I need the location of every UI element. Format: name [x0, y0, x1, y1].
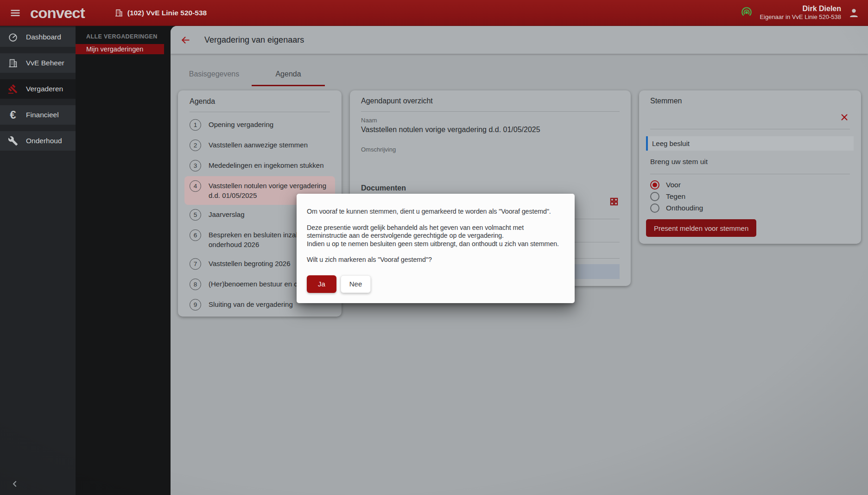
person-icon[interactable]	[848, 7, 860, 19]
sidebar-item[interactable]: € Financieel	[0, 105, 76, 125]
agenda-item[interactable]: 1 Opening vergadering	[184, 115, 335, 135]
building-selector[interactable]: (102) VvE Linie 520-538	[114, 8, 207, 17]
tab-label: Basisgegevens	[189, 70, 240, 78]
page-title: Vergadering van eigenaars	[204, 35, 304, 45]
vote-option-label: Tegen	[666, 192, 685, 201]
sidebar-item-label: Vergaderen	[26, 85, 63, 93]
agenda-item[interactable]: 2 Vaststellen aanwezige stemmen	[184, 135, 335, 156]
hamburger-menu-icon[interactable]	[10, 7, 21, 19]
agenda-item-label: Vaststellen begroting 2026	[209, 259, 291, 268]
sidebar-item[interactable]: Vergaderen	[0, 79, 76, 99]
divider	[361, 111, 620, 112]
building-icon	[8, 58, 18, 68]
page-header: Vergadering van eigenaars	[171, 26, 868, 54]
yes-button[interactable]: Ja	[307, 275, 336, 293]
dialog-paragraph: Deze presentie wordt gelijk behandeld al…	[307, 224, 564, 248]
documents-section-title: Documenten	[361, 184, 620, 192]
agenda-item-label: Opening vergadering	[209, 120, 273, 129]
radio-icon	[650, 203, 659, 213]
live-broadcast-icon	[741, 6, 753, 19]
app-logo: convect	[30, 4, 85, 21]
agenda-item-number: 6	[190, 229, 201, 241]
sidebar-item-label: VvE Beheer	[26, 59, 64, 67]
tab[interactable]: Basisgegevens	[177, 54, 251, 86]
divider	[650, 129, 850, 129]
user-role: Eigenaar in VvE Linie 520-538	[760, 14, 841, 21]
voting-card-title: Stemmen	[650, 97, 850, 105]
radio-icon	[650, 192, 659, 201]
primary-sidebar: Dashboard VvE Beheer Vergaderen €	[0, 26, 76, 495]
agenda-item-number: 2	[190, 140, 201, 151]
present-melden-button[interactable]: Present melden voor stemmen	[646, 219, 756, 237]
agenda-item-label: Mededelingen en ingekomen stukken	[209, 160, 324, 170]
meetings-sidebar-header: ALLE VERGADERINGEN	[86, 33, 171, 40]
nav-items: Dashboard VvE Beheer Vergaderen €	[0, 26, 76, 151]
agenda-item-number: 1	[190, 119, 201, 131]
agenda-item-number: 9	[190, 299, 201, 311]
user-info: Dirk Dielen Eigenaar in VvE Linie 520-53…	[760, 5, 841, 21]
topbar-user-area: Dirk Dielen Eigenaar in VvE Linie 520-53…	[741, 5, 860, 21]
gavel-icon	[8, 84, 18, 94]
meetings-sidebar: ALLE VERGADERINGEN Mijn vergaderingen	[76, 26, 171, 495]
name-field-label: Naam	[361, 117, 620, 124]
vote-option[interactable]: Tegen	[650, 190, 850, 202]
sidebar-item[interactable]: VvE Beheer	[0, 53, 76, 73]
vote-options: Voor Tegen Onthouding	[650, 179, 850, 214]
collapse-sidebar-icon[interactable]	[10, 479, 19, 489]
tab[interactable]: Agenda	[251, 54, 325, 86]
topbar: convect (102) VvE Linie 520-538 Dirk Die…	[0, 0, 868, 26]
user-name: Dirk Dielen	[760, 5, 841, 13]
building-icon	[114, 8, 123, 17]
agenda-item-number: 5	[190, 209, 201, 221]
back-arrow-icon[interactable]	[180, 35, 191, 45]
sidebar-item[interactable]: Onderhoud	[0, 131, 76, 151]
gauge-icon	[8, 32, 18, 42]
voting-card: Stemmen Leeg besluit Breng uw stem uit	[639, 90, 861, 244]
sidebar-item-label: Onderhoud	[26, 137, 62, 145]
agenda-item[interactable]: 3 Mededelingen en ingekomen stukken	[184, 156, 335, 176]
tab-bar: Basisgegevens Agenda	[171, 54, 868, 86]
agenda-item-number: 4	[190, 180, 201, 192]
agenda-item-label: Sluiting van de vergadering	[209, 299, 293, 309]
vote-option-label: Voor	[666, 181, 681, 189]
agenda-item-number: 8	[190, 279, 201, 290]
grid-view-icon[interactable]	[609, 197, 619, 206]
agenda-item-number: 7	[190, 258, 201, 270]
sidebar-item-mijn-vergaderingen[interactable]: Mijn vergaderingen	[76, 44, 164, 54]
confirm-dialog: Om vooraf te kunnen stemmen, dient u gem…	[297, 194, 575, 303]
wrench-icon	[8, 136, 18, 146]
overview-card-title: Agendapunt overzicht	[361, 97, 620, 105]
building-label: (102) VvE Linie 520-538	[127, 9, 207, 17]
close-icon[interactable]	[840, 113, 849, 122]
agenda-item-label: (Her)benoemen bestuur en com	[209, 279, 307, 289]
agenda-item-number: 3	[190, 160, 201, 171]
tab-label: Agenda	[275, 70, 301, 78]
dialog-text: Om vooraf te kunnen stemmen, dient u gem…	[307, 208, 564, 264]
app-root: convect (102) VvE Linie 520-538 Dirk Die…	[0, 0, 868, 495]
dialog-paragraph: Om vooraf te kunnen stemmen, dient u gem…	[307, 208, 564, 216]
agenda-card-title: Agenda	[190, 97, 330, 106]
no-button[interactable]: Nee	[341, 275, 371, 293]
name-field-value: Vaststellen notulen vorige vergadering d…	[361, 126, 620, 134]
active-tab-underline	[252, 85, 325, 86]
vote-option[interactable]: Onthouding	[650, 202, 850, 214]
sidebar-item-label: Financieel	[26, 111, 59, 119]
agenda-item-label: Jaarverslag	[209, 209, 245, 219]
agenda-item-label: Vaststellen aanwezige stemmen	[209, 140, 308, 150]
vote-option-label: Onthouding	[666, 204, 703, 212]
sidebar-item[interactable]: Dashboard	[0, 27, 76, 47]
dialog-paragraph: Wilt u zich markeren als "Vooraf gestemd…	[307, 256, 564, 264]
divider	[650, 174, 850, 174]
sidebar-item-label: Dashboard	[26, 33, 61, 41]
vote-option[interactable]: Voor	[650, 179, 850, 190]
euro-icon: €	[8, 110, 18, 120]
decision-quote: Leeg besluit	[646, 136, 854, 151]
description-field-label: Omschrijving	[361, 146, 620, 153]
dialog-actions: Ja Nee	[307, 275, 564, 293]
radio-icon	[650, 180, 659, 190]
vote-prompt: Breng uw stem uit	[650, 158, 850, 166]
